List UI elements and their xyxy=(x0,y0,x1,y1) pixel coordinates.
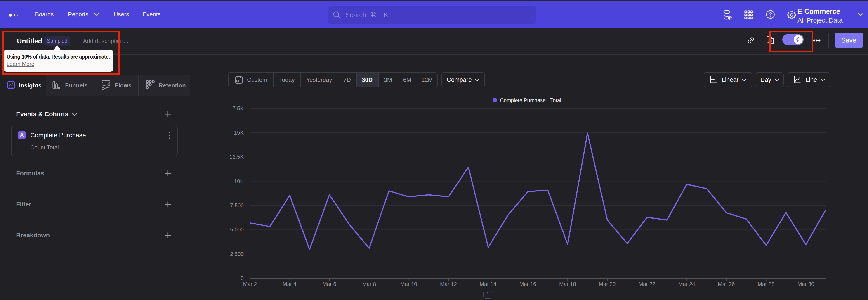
svg-text:Mar 6: Mar 6 xyxy=(322,281,336,287)
svg-text:Mar 14: Mar 14 xyxy=(480,281,497,287)
svg-text:5,000: 5,000 xyxy=(230,227,244,233)
svg-text:Mar 8: Mar 8 xyxy=(362,281,376,287)
svg-text:Mar 28: Mar 28 xyxy=(758,281,775,287)
svg-text:Mar 16: Mar 16 xyxy=(520,281,536,287)
svg-text:Mar 30: Mar 30 xyxy=(798,281,814,287)
svg-text:Mar 22: Mar 22 xyxy=(639,281,655,287)
svg-text:Mar 4: Mar 4 xyxy=(283,281,296,287)
svg-text:Mar 20: Mar 20 xyxy=(599,281,616,287)
svg-text:Mar 12: Mar 12 xyxy=(440,281,457,287)
svg-text:15K: 15K xyxy=(234,129,244,136)
svg-text:Mar 2: Mar 2 xyxy=(243,281,257,287)
svg-text:2,500: 2,500 xyxy=(230,251,244,257)
svg-text:12.5K: 12.5K xyxy=(229,154,244,160)
svg-text:0: 0 xyxy=(241,275,244,281)
svg-text:Mar 10: Mar 10 xyxy=(400,281,417,287)
svg-text:1: 1 xyxy=(486,291,489,298)
svg-text:Complete Purchase - Total: Complete Purchase - Total xyxy=(500,97,561,103)
svg-text:Mar 18: Mar 18 xyxy=(559,281,576,287)
svg-text:?: ? xyxy=(769,11,772,18)
svg-text:Mar 26: Mar 26 xyxy=(718,281,735,287)
svg-text:Mar 24: Mar 24 xyxy=(678,281,695,287)
svg-text:17.5K: 17.5K xyxy=(229,106,244,112)
svg-text:10K: 10K xyxy=(234,178,244,184)
svg-text:7,500: 7,500 xyxy=(230,202,244,208)
